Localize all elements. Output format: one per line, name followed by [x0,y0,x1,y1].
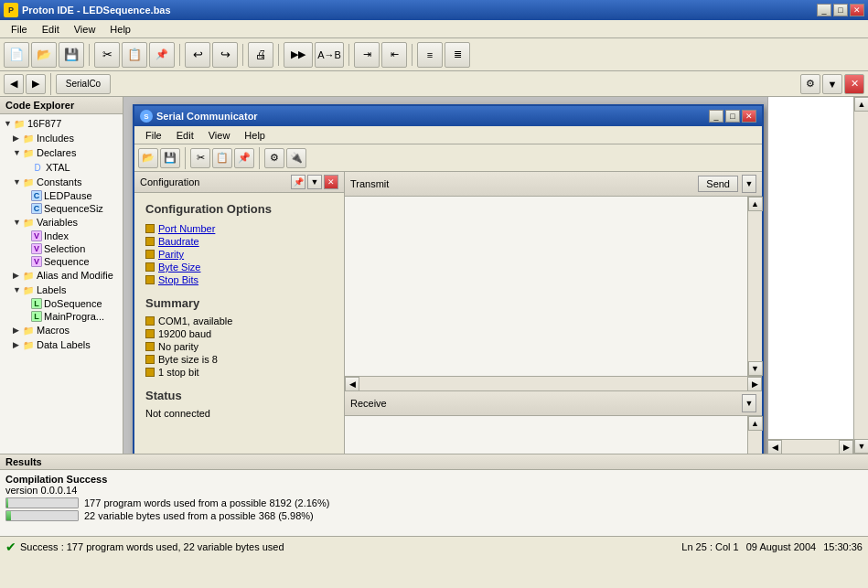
tree-label-sequence: Sequence [44,256,90,267]
extra-btn-1[interactable]: ⚙ [800,74,820,94]
print-button[interactable]: 🖨 [248,42,273,68]
tree-item-constants[interactable]: ▼ 📁 Constants [0,175,123,189]
indent-button[interactable]: ⇥ [354,42,380,68]
dialog-menu-bar: File Edit View Help [134,126,762,144]
tree-item-sequencesize[interactable]: C SequenceSiz [0,202,123,215]
tree-item-sequence[interactable]: V Sequence [0,255,123,268]
dialog-minimize-button[interactable]: _ [709,110,723,123]
debug-button[interactable]: A→B [315,42,344,68]
transmit-scroll-right[interactable]: ▶ [747,377,762,391]
config-pin-btn[interactable]: 📌 [291,175,305,189]
open-button[interactable]: 📂 [31,42,57,68]
paste-button[interactable]: 📌 [149,42,175,68]
transmit-scrollbar-h[interactable]: ◀ ▶ [345,376,762,390]
progress-bar-outer-2 [5,510,79,521]
config-link-parity[interactable]: Parity [145,249,333,260]
dialog-connect-btn[interactable]: 🔌 [286,148,306,168]
tree-item-alias[interactable]: ▶ 📁 Alias and Modifie [0,268,123,283]
right-scroll-down[interactable]: ▼ [854,439,868,454]
receive-scroll-up[interactable]: ▲ [748,416,763,431]
receive-scrollbar-v[interactable]: ▲ ▼ [747,416,762,454]
transmit-scroll-down[interactable]: ▼ [748,361,763,376]
receive-dropdown[interactable]: ▼ [742,394,756,412]
cut-button[interactable]: ✂ [94,42,120,68]
dialog-save-btn[interactable]: 💾 [160,148,180,168]
send-button[interactable]: Send [698,176,738,192]
dialog-paste-btn[interactable]: 📌 [234,148,254,168]
menu-view[interactable]: View [67,22,103,37]
tree-item-ledpause[interactable]: C LEDPause [0,189,123,202]
bottom-scroll-left[interactable]: ◀ [767,440,782,454]
toolbar-separator-4 [278,44,279,66]
tree-label-sequencesize: SequenceSiz [44,203,103,214]
receive-content[interactable] [345,416,747,454]
dialog-close-button[interactable]: ✕ [742,110,756,123]
dialog-menu-help[interactable]: Help [237,128,273,143]
config-close-btn[interactable]: ✕ [324,175,338,189]
new-button[interactable]: 📄 [4,42,29,68]
var-icon-sequence: V [31,256,42,267]
nav-forward-button[interactable]: ▶ [26,74,46,94]
right-scroll-up[interactable]: ▲ [854,97,868,112]
tree-item-16f877[interactable]: ▼ 📁 16F877 [0,116,123,131]
bottom-scroll-right[interactable]: ▶ [839,440,853,454]
dialog-menu-view[interactable]: View [201,128,238,143]
config-link-stopbits[interactable]: Stop Bits [145,274,333,285]
tree-label-ledpause: LEDPause [44,190,92,201]
extra-btn-2[interactable]: ▼ [822,74,842,94]
tree-item-selection[interactable]: V Selection [0,242,123,255]
tree-item-datalabels[interactable]: ▶ 📁 Data Labels [0,337,123,352]
config-link-baudrate[interactable]: Baudrate [145,236,333,247]
transmit-dropdown[interactable]: ▼ [742,175,756,193]
tree-item-index[interactable]: V Index [0,230,123,242]
transmit-scrollbar-v[interactable]: ▲ ▼ [747,197,762,376]
config-link-port[interactable]: Port Number [145,223,333,234]
progress-row-2: 22 variable bytes used from a possible 3… [5,510,863,521]
tree-label-datalabels: Data Labels [37,339,91,350]
dialog-settings-btn[interactable]: ⚙ [264,148,284,168]
tree-item-includes[interactable]: ▶ 📁 Includes [0,131,123,145]
unindent-button[interactable]: ⇤ [381,42,407,68]
dialog-menu-edit[interactable]: Edit [169,128,201,143]
compile-button[interactable]: ▶▶ [284,42,313,68]
tree-item-variables[interactable]: ▼ 📁 Variables [0,215,123,230]
tree-item-macros[interactable]: ▶ 📁 Macros [0,323,123,337]
maximize-button[interactable]: □ [833,4,848,16]
tree-item-dosequence[interactable]: L DoSequence [0,297,123,310]
config-link-bytesize[interactable]: Byte Size [145,262,333,273]
menu-help[interactable]: Help [102,22,138,37]
extra-close[interactable]: ✕ [844,74,864,94]
menu-edit[interactable]: Edit [35,22,67,37]
tree-item-mainprogram[interactable]: L MainProgra... [0,310,123,323]
save-button[interactable]: 💾 [59,42,84,68]
serial-label-btn[interactable]: SerialCo [56,74,111,94]
close-button[interactable]: ✕ [850,4,864,16]
tree-item-xtal[interactable]: D XTAL [0,160,123,175]
dialog-menu-file[interactable]: File [138,128,169,143]
receive-area: Receive ▼ ▲ ▼ ◀ [345,391,762,454]
code-explorer-tree[interactable]: ▼ 📁 16F877 ▶ 📁 Includes ▼ 📁 Declares [0,114,123,454]
expand-button[interactable]: ≣ [445,42,470,68]
progress-bar-outer-1 [5,497,79,508]
minimize-button[interactable]: _ [817,4,831,16]
tree-item-labels[interactable]: ▼ 📁 Labels [0,283,123,297]
redo-button[interactable]: ↪ [212,42,238,68]
config-bullet-baudrate [145,237,155,246]
transmit-header: Transmit Send ▼ [345,172,762,197]
nav-back-button[interactable]: ◀ [4,74,24,94]
dialog-copy-btn[interactable]: 📋 [212,148,232,168]
undo-button[interactable]: ↩ [185,42,210,68]
dialog-maximize-button[interactable]: □ [725,110,740,123]
transmit-scroll-up[interactable]: ▲ [748,197,763,211]
config-dropdown-btn[interactable]: ▼ [307,175,322,189]
right-scrollbar[interactable]: ▲ ▼ [853,97,868,454]
bottom-scrollbar[interactable]: ◀ ▶ [767,439,853,454]
dialog-open-btn[interactable]: 📂 [138,148,158,168]
transmit-content[interactable] [345,197,747,376]
copy-button[interactable]: 📋 [122,42,147,68]
collapse-button[interactable]: ≡ [417,42,443,68]
tree-item-declares[interactable]: ▼ 📁 Declares [0,145,123,160]
menu-file[interactable]: File [4,22,35,37]
transmit-scroll-left[interactable]: ◀ [345,377,359,391]
dialog-cut-btn[interactable]: ✂ [190,148,210,168]
